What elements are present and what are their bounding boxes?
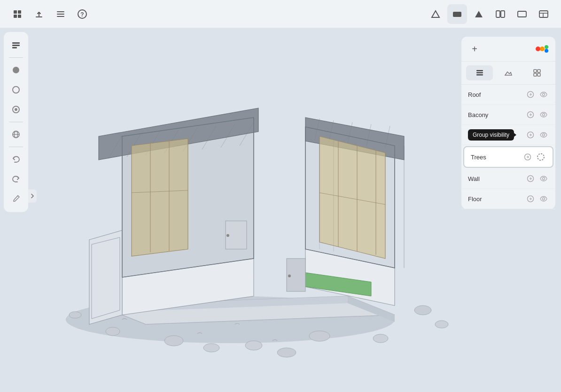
layer-item-group[interactable]: Group Group visibility xyxy=(461,125,555,145)
layer-name-wall: Wall xyxy=(468,175,525,182)
svg-rect-8 xyxy=(501,11,505,17)
tab-list[interactable] xyxy=(466,65,493,80)
svg-rect-80 xyxy=(476,72,483,74)
svg-rect-81 xyxy=(476,74,483,76)
wall-navigate-button[interactable] xyxy=(525,173,536,184)
layout-button[interactable] xyxy=(534,4,553,24)
layer-actions-floor xyxy=(525,194,549,204)
circle-filled-button[interactable] xyxy=(7,61,25,79)
svg-point-63 xyxy=(414,306,431,315)
toolbar-right xyxy=(426,4,553,24)
tab-landscape[interactable] xyxy=(495,65,522,80)
svg-point-89 xyxy=(543,114,545,116)
svg-rect-3 xyxy=(18,15,21,18)
globe-button[interactable] xyxy=(7,125,25,144)
svg-point-93 xyxy=(538,154,544,160)
layer-actions-bacony xyxy=(525,110,549,120)
layer-name-floor: Floor xyxy=(468,196,525,203)
svg-point-74 xyxy=(226,234,229,237)
arrow-up-button[interactable] xyxy=(469,4,489,24)
trees-navigate-button[interactable] xyxy=(522,152,533,162)
layer-item-trees[interactable]: Trees xyxy=(463,146,553,168)
window-button[interactable] xyxy=(512,4,532,24)
redo-button[interactable] xyxy=(7,170,25,188)
wall-visibility-button[interactable] xyxy=(538,173,549,184)
floor-navigate-button[interactable] xyxy=(525,194,536,204)
help-button[interactable]: ? xyxy=(72,4,92,24)
upload-button[interactable] xyxy=(29,4,49,24)
svg-point-58 xyxy=(106,327,120,336)
svg-point-65 xyxy=(69,312,81,318)
layer-actions-group xyxy=(525,130,549,140)
left-sidebar xyxy=(4,32,28,212)
pencil-button[interactable] xyxy=(7,189,25,208)
svg-point-97 xyxy=(543,198,545,200)
svg-point-76 xyxy=(540,47,545,51)
panel-colors xyxy=(536,45,549,53)
menu-button[interactable] xyxy=(51,4,70,24)
tab-grid[interactable] xyxy=(524,65,551,80)
panel-tabs xyxy=(461,62,555,85)
top-toolbar: ? xyxy=(0,0,561,28)
svg-rect-83 xyxy=(538,70,540,72)
bacony-navigate-button[interactable] xyxy=(525,110,536,120)
svg-point-66 xyxy=(203,344,219,352)
roof-navigate-button[interactable] xyxy=(525,89,536,100)
layer-item-roof[interactable]: Roof xyxy=(461,85,555,105)
undo-button[interactable] xyxy=(7,150,25,169)
panel-add-button[interactable]: + xyxy=(468,42,481,55)
svg-marker-46 xyxy=(132,139,188,256)
sidebar-collapse-button[interactable] xyxy=(28,189,37,203)
svg-point-67 xyxy=(277,348,296,357)
svg-rect-7 xyxy=(496,11,500,17)
svg-point-78 xyxy=(545,49,548,53)
bacony-visibility-button[interactable] xyxy=(538,110,549,120)
sidebar-divider-1 xyxy=(9,57,23,58)
group-visibility-button[interactable] xyxy=(538,130,549,140)
svg-rect-12 xyxy=(12,45,20,46)
svg-rect-2 xyxy=(14,15,17,18)
box-tool-button[interactable] xyxy=(447,4,467,24)
trees-visibility-button[interactable] xyxy=(536,152,546,162)
svg-marker-57 xyxy=(92,237,120,319)
svg-point-60 xyxy=(245,341,262,350)
panel-header: + xyxy=(461,37,555,62)
grid-view-button[interactable] xyxy=(8,4,27,24)
triangle-tool-button[interactable] xyxy=(426,4,445,24)
layer-name-bacony: Bacony xyxy=(468,111,525,118)
svg-point-61 xyxy=(309,331,330,341)
svg-point-75 xyxy=(536,47,540,51)
right-panel: + xyxy=(461,37,555,209)
svg-point-15 xyxy=(13,86,19,93)
split-view-button[interactable] xyxy=(491,4,510,24)
layer-item-floor[interactable]: Floor xyxy=(461,189,555,209)
svg-rect-13 xyxy=(12,47,17,48)
svg-rect-10 xyxy=(539,11,548,17)
layers-button[interactable] xyxy=(7,36,25,55)
layer-actions-roof xyxy=(525,89,549,100)
svg-point-91 xyxy=(543,134,545,136)
group-navigate-button[interactable] xyxy=(525,130,536,140)
svg-point-59 xyxy=(164,336,183,346)
svg-point-14 xyxy=(13,67,19,73)
layer-name-roof: Roof xyxy=(468,91,525,98)
sidebar-divider-2 xyxy=(9,122,23,122)
svg-point-95 xyxy=(543,178,545,180)
svg-rect-9 xyxy=(518,11,526,17)
dot-circle-button[interactable] xyxy=(7,100,25,119)
roof-visibility-button[interactable] xyxy=(538,89,549,100)
svg-point-77 xyxy=(545,45,548,49)
svg-rect-85 xyxy=(538,73,540,76)
layer-item-bacony[interactable]: Bacony xyxy=(461,105,555,125)
svg-point-56 xyxy=(288,274,291,277)
svg-point-64 xyxy=(435,321,448,328)
sidebar-divider-3 xyxy=(9,147,23,147)
layer-item-wall[interactable]: Wall xyxy=(461,169,555,189)
layer-actions-trees xyxy=(522,152,546,162)
svg-point-62 xyxy=(373,334,388,343)
floor-visibility-button[interactable] xyxy=(538,194,549,204)
svg-point-17 xyxy=(15,108,17,111)
svg-rect-0 xyxy=(14,10,17,14)
layer-name-group: Group xyxy=(468,132,525,139)
circle-outline-button[interactable] xyxy=(7,80,25,99)
